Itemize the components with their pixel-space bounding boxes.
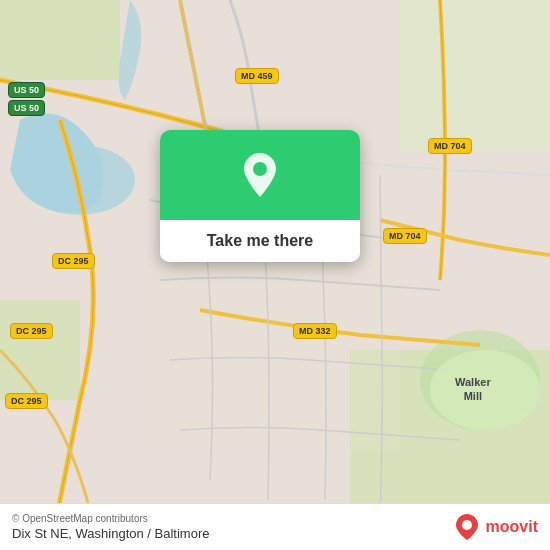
popup-header [160, 130, 360, 220]
svg-rect-3 [400, 0, 550, 150]
walker-mill-label: WalkerMill [455, 375, 491, 404]
svg-point-10 [462, 520, 472, 530]
map-container: US 50 US 50 MD 459 MD 704 MD 704 DC 295 … [0, 0, 550, 550]
svg-point-9 [253, 162, 267, 176]
popup-card: Take me there [160, 130, 360, 262]
svg-rect-2 [0, 300, 80, 400]
map-attribution: © OpenStreetMap contributors [12, 513, 452, 524]
bottom-bar: © OpenStreetMap contributors Dix St NE, … [0, 503, 550, 550]
road-label-md459: MD 459 [235, 68, 279, 84]
road-label-dc295-1: DC 295 [52, 253, 95, 269]
road-label-dc295-3: DC 295 [5, 393, 48, 409]
location-pin-icon [240, 151, 280, 199]
road-label-us50-1: US 50 [8, 82, 45, 98]
road-label-md704-2: MD 704 [383, 228, 427, 244]
road-label-us50-2: US 50 [8, 100, 45, 116]
moovit-brand-text: moovit [486, 518, 538, 536]
svg-rect-6 [150, 250, 400, 450]
take-me-there-button[interactable]: Take me there [160, 220, 360, 262]
moovit-logo: moovit [452, 512, 538, 542]
road-label-md332: MD 332 [293, 323, 337, 339]
road-label-dc295-2: DC 295 [10, 323, 53, 339]
moovit-icon [452, 512, 482, 542]
road-label-md704-1: MD 704 [428, 138, 472, 154]
svg-rect-1 [0, 0, 120, 80]
location-name: Dix St NE, Washington / Baltimore [12, 526, 452, 541]
